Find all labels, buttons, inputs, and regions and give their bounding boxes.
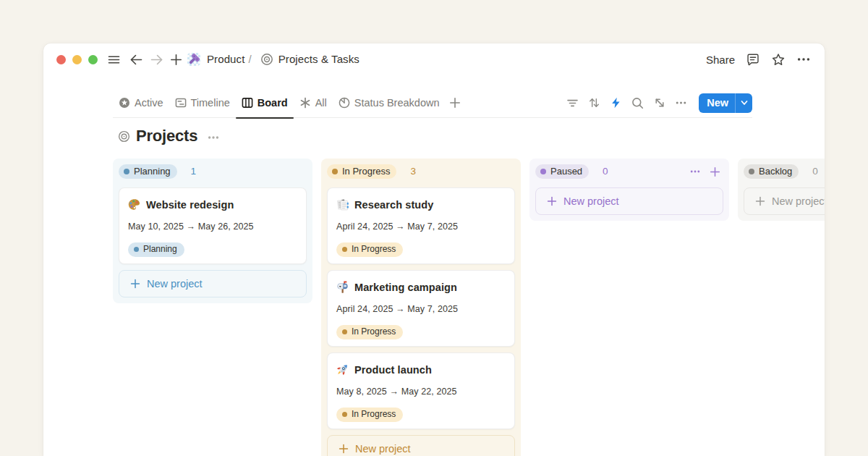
- card-status-label: In Progress: [352, 409, 396, 420]
- project-card[interactable]: Marketing campaign April 24, 2025 → May …: [327, 270, 515, 347]
- group-count: 3: [410, 166, 416, 177]
- status-dot: [749, 169, 754, 174]
- new-project-label: New project: [147, 278, 203, 290]
- heading-more-icon[interactable]: [207, 131, 220, 144]
- new-project-label: New project: [563, 195, 619, 208]
- forward-icon[interactable]: [149, 52, 163, 67]
- search-icon[interactable]: [631, 97, 644, 109]
- group-name: Backlog: [759, 166, 792, 177]
- filter-icon[interactable]: [566, 97, 579, 109]
- add-view-button[interactable]: [445, 88, 465, 118]
- expand-icon[interactable]: [653, 97, 665, 109]
- new-project-button[interactable]: New project: [744, 187, 825, 215]
- status-dot: [342, 329, 347, 334]
- kanban-board: Planning 1 Website redesign May 10, 2025…: [43, 159, 825, 456]
- group-name: Planning: [134, 166, 171, 177]
- share-button[interactable]: Share: [706, 54, 735, 66]
- sidebar-menu-icon[interactable]: [106, 52, 121, 67]
- new-dropdown-chevron-icon[interactable]: [736, 93, 752, 113]
- favorite-star-icon[interactable]: [771, 52, 786, 67]
- column-header-actions: [689, 166, 723, 177]
- star-circle-icon: [119, 97, 130, 109]
- tab-label: Active: [135, 97, 163, 109]
- pie-icon: [339, 97, 350, 109]
- tab-label: Status Breakdown: [354, 97, 440, 109]
- project-card[interactable]: Website redesign May 10, 2025 → May 26, …: [119, 187, 307, 264]
- zoom-window-button[interactable]: [88, 55, 98, 64]
- card-date-range: May 8, 2025 → May 22, 2025: [336, 387, 506, 398]
- breadcrumb-parent[interactable]: Product: [207, 53, 244, 66]
- project-card[interactable]: Product launch May 8, 2025 → May 22, 202…: [327, 352, 515, 429]
- plus-icon: [547, 196, 557, 206]
- desktop-background: Product / Projects & Tasks Share ActiveT…: [0, 0, 868, 456]
- breadcrumb: Product / Projects & Tasks: [187, 43, 359, 75]
- card-status-pill: In Progress: [336, 408, 403, 422]
- group-count: 0: [812, 166, 818, 177]
- card-date-range: April 24, 2025 → May 7, 2025: [336, 221, 506, 233]
- card-title[interactable]: Product launch: [354, 364, 432, 376]
- project-card[interactable]: Research study April 24, 2025 → May 7, 2…: [327, 187, 515, 264]
- back-icon[interactable]: [129, 52, 143, 67]
- board-icon: [242, 97, 253, 109]
- status-dot: [134, 247, 139, 252]
- tab-label: All: [315, 97, 327, 109]
- card-status-pill: In Progress: [336, 325, 403, 339]
- automation-bolt-icon[interactable]: [610, 97, 622, 109]
- group-status-pill[interactable]: Backlog: [744, 164, 799, 179]
- plus-icon: [755, 196, 765, 206]
- group-status-pill[interactable]: Paused: [535, 164, 589, 179]
- plus-icon: [130, 279, 140, 289]
- mailbox-icon: [336, 281, 349, 293]
- page-heading: Projects: [113, 122, 220, 150]
- tab-timeline[interactable]: Timeline: [169, 88, 236, 118]
- tab-status-breakdown[interactable]: Status Breakdown: [333, 88, 446, 118]
- card-status-label: Planning: [143, 244, 177, 255]
- product-page-icon[interactable]: [187, 53, 200, 66]
- card-title[interactable]: Marketing campaign: [354, 282, 457, 293]
- card-date-range: April 24, 2025 → May 7, 2025: [336, 304, 506, 316]
- app-window: Product / Projects & Tasks Share ActiveT…: [43, 43, 825, 456]
- column-add-icon[interactable]: [710, 166, 720, 177]
- rocket-icon: [336, 363, 349, 376]
- new-page-icon[interactable]: [169, 52, 183, 67]
- close-window-button[interactable]: [56, 55, 66, 64]
- view-tabs-bar: ActiveTimelineBoardAllStatus Breakdown N…: [43, 88, 825, 118]
- breadcrumb-current[interactable]: Projects & Tasks: [278, 53, 359, 66]
- board-column-paused: Paused 0 New project: [529, 159, 729, 221]
- new-button[interactable]: New: [699, 93, 752, 113]
- board-column-in-progress: In Progress 3 Research study April 24, 2…: [321, 159, 521, 456]
- tab-label: Board: [258, 97, 288, 109]
- group-status-pill[interactable]: In Progress: [327, 164, 396, 179]
- view-toolbar: New: [566, 88, 752, 118]
- status-dot: [124, 169, 129, 174]
- column-header: Backlog 0: [744, 164, 825, 179]
- group-count: 1: [191, 166, 197, 177]
- card-status-pill: In Progress: [336, 242, 403, 257]
- card-status-label: In Progress: [352, 326, 396, 337]
- tab-label: Timeline: [191, 97, 230, 109]
- tab-active[interactable]: Active: [113, 88, 169, 118]
- page-title[interactable]: Projects: [136, 127, 197, 145]
- new-project-button[interactable]: New project: [535, 187, 723, 215]
- status-dot: [540, 169, 546, 174]
- group-status-pill[interactable]: Planning: [119, 164, 177, 179]
- tab-all[interactable]: All: [294, 88, 333, 118]
- new-project-label: New project: [355, 443, 411, 455]
- column-more-icon[interactable]: [689, 166, 701, 177]
- view-more-icon[interactable]: [675, 96, 687, 109]
- new-project-button[interactable]: New project: [327, 435, 515, 456]
- new-project-button[interactable]: New project: [119, 270, 307, 297]
- card-title[interactable]: Research study: [354, 199, 433, 211]
- more-options-icon[interactable]: [796, 52, 811, 67]
- card-status-label: In Progress: [352, 244, 396, 255]
- comments-icon[interactable]: [746, 52, 760, 67]
- minimize-window-button[interactable]: [72, 55, 82, 64]
- new-button-label[interactable]: New: [699, 97, 735, 109]
- projects-bullseye-icon: [118, 130, 130, 143]
- view-tabs: ActiveTimelineBoardAllStatus Breakdown: [113, 88, 465, 118]
- board-column-backlog: Backlog 0 New project: [738, 159, 825, 221]
- sort-icon[interactable]: [588, 96, 600, 109]
- card-title[interactable]: Website redesign: [146, 199, 234, 211]
- group-count: 0: [603, 166, 608, 177]
- tab-board[interactable]: Board: [236, 88, 294, 118]
